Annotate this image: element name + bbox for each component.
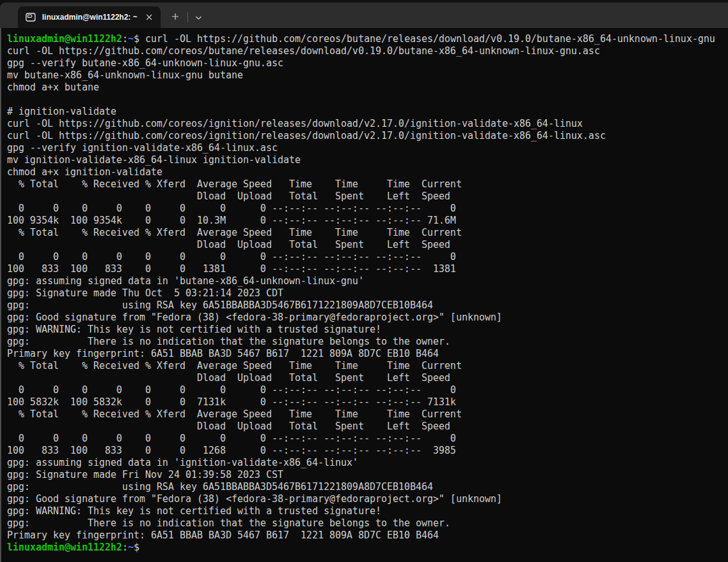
terminal-line: gpg: using RSA key 6A51BBABBA3D5467B6171…	[7, 481, 725, 493]
terminal-line: % Total % Received % Xferd Average Speed…	[7, 408, 725, 421]
terminal-line: gpg: Signature made Thu Oct 5 03:21:14 2…	[7, 287, 725, 299]
terminal-line: gpg: Good signature from "Fedora (38) <f…	[7, 312, 725, 324]
terminal-line: % Total % Received % Xferd Average Speed…	[7, 227, 725, 239]
terminal-line: gpg: WARNING: This key is not certified …	[7, 505, 725, 517]
terminal-line: gpg: There is no indication that the sig…	[7, 336, 725, 348]
terminal-line: 100 9354k 100 9354k 0 0 10.3M 0 --:--:--…	[7, 215, 725, 227]
terminal-line: 100 5832k 100 5832k 0 0 7131k 0 --:--:--…	[7, 396, 725, 408]
plus-icon	[171, 13, 179, 22]
tab-linuxadmin[interactable]: C:\ linuxadmin@win1122h2: ~	[18, 6, 161, 28]
terminal-line: 100 833 100 833 0 0 1268 0 --:--:-- --:-…	[7, 445, 725, 457]
terminal-line: gpg --verify ignition-validate-x86_64-li…	[7, 142, 725, 154]
terminal-line: 0 0 0 0 0 0 0 0 --:--:-- --:--:-- --:--:…	[7, 433, 725, 445]
chevron-down-icon	[195, 13, 202, 22]
terminal-line: gpg: Good signature from "Fedora (38) <f…	[7, 493, 725, 505]
terminal-line: curl -OL https://github.com/coreos/butan…	[7, 45, 725, 57]
terminal-line: Dload Upload Total Spent Left Speed	[7, 372, 725, 384]
terminal-line: curl -OL https://github.com/coreos/ignit…	[7, 130, 725, 142]
terminal-line: mv ignition-validate-x86_64-linux igniti…	[7, 154, 725, 166]
terminal-line: chmod a+x butane	[7, 82, 725, 94]
terminal-line: gpg: using RSA key 6A51BBABBA3D5467B6171…	[7, 299, 725, 312]
terminal-line: 100 833 100 833 0 0 1381 0 --:--:-- --:-…	[7, 263, 725, 275]
tab-bar: C:\ linuxadmin@win1122h2: ~	[0, 3, 728, 28]
terminal-line: Primary key fingerprint: 6A51 BBAB BA3D …	[7, 530, 725, 542]
terminal-line: linuxadmin@win1122h2:~$ curl -OL https:/…	[7, 33, 725, 45]
terminal-line: gpg --verify butane-x86_64-unknown-linux…	[7, 57, 725, 69]
terminal-line: gpg: assuming signed data in 'butane-x86…	[7, 275, 725, 287]
terminal-line: # ignition-validate	[7, 106, 725, 118]
terminal-line: Dload Upload Total Spent Left Speed	[7, 239, 725, 251]
terminal-line: Primary key fingerprint: 6A51 BBAB BA3D …	[7, 348, 725, 360]
terminal-line: chmod a+x ignition-validate	[7, 166, 725, 178]
terminal-line: curl -OL https://github.com/coreos/ignit…	[7, 118, 725, 130]
tab-title: linuxadmin@win1122h2: ~	[42, 13, 142, 22]
svg-text:C:\: C:\	[28, 15, 33, 18]
terminal-line: % Total % Received % Xferd Average Speed…	[7, 360, 725, 372]
terminal-line: 0 0 0 0 0 0 0 0 --:--:-- --:--:-- --:--:…	[7, 251, 725, 263]
terminal-line: linuxadmin@win1122h2:~$	[7, 542, 725, 554]
terminal-line: mv butane-x86_64-unknown-linux-gnu butan…	[7, 69, 725, 82]
terminal-line: 0 0 0 0 0 0 0 0 --:--:-- --:--:-- --:--:…	[7, 203, 725, 215]
tab-dropdown-button[interactable]	[189, 6, 207, 28]
terminal-line: % Total % Received % Xferd Average Speed…	[7, 178, 725, 191]
terminal-line: gpg: assuming signed data in 'ignition-v…	[7, 457, 725, 469]
terminal-line: gpg: WARNING: This key is not certified …	[7, 324, 725, 336]
terminal-line	[7, 94, 725, 106]
terminal-line: Dload Upload Total Spent Left Speed	[7, 191, 725, 203]
new-tab-button[interactable]	[164, 6, 186, 28]
terminal-line: 0 0 0 0 0 0 0 0 --:--:-- --:--:-- --:--:…	[7, 384, 725, 396]
terminal-output[interactable]: linuxadmin@win1122h2:~$ curl -OL https:/…	[0, 28, 728, 562]
tabbar-divider	[187, 12, 188, 22]
terminal-line: gpg: Signature made Fri Nov 24 01:39:58 …	[7, 469, 725, 481]
command-prompt-icon: C:\	[25, 12, 36, 22]
close-icon	[146, 13, 152, 22]
terminal-line: Dload Upload Total Spent Left Speed	[7, 421, 725, 433]
terminal-window: C:\ linuxadmin@win1122h2: ~	[0, 0, 728, 562]
terminal-line: gpg: There is no indication that the sig…	[7, 517, 725, 530]
tab-close-button[interactable]	[142, 10, 157, 25]
